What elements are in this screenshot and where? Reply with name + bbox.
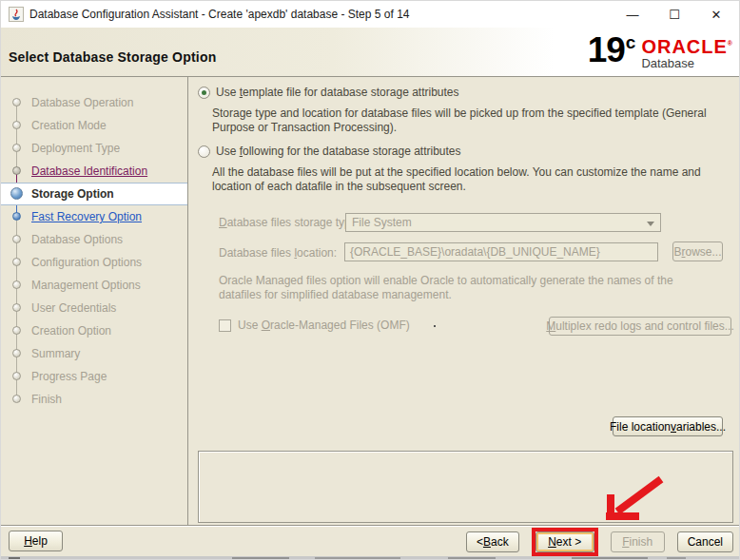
browse-button[interactable]: Browse... — [672, 241, 723, 261]
minimize-icon[interactable]: — — [625, 8, 640, 22]
step-label: Creation Mode — [31, 119, 107, 132]
step-dot-icon — [12, 258, 21, 266]
step-item: Creation Option — [1, 319, 187, 342]
step-item: Database Options — [1, 228, 187, 251]
annotation-highlight-box: Next > — [532, 528, 598, 556]
close-icon[interactable]: ✕ — [709, 8, 724, 22]
radio-use-template[interactable]: Use template file for database storage a… — [198, 86, 459, 99]
chevron-down-icon — [647, 222, 654, 226]
step-item: Deployment Type — [1, 137, 187, 160]
step-dot-icon — [10, 187, 23, 200]
step-dot-icon — [12, 326, 21, 335]
message-area — [198, 451, 733, 523]
step-item: Finish — [1, 388, 187, 411]
step-label: Database Operation — [31, 96, 133, 109]
storage-type-select[interactable]: File System — [345, 213, 661, 232]
step-item: Database Operation — [1, 91, 187, 114]
step-dot-icon — [12, 212, 21, 221]
step-item: Management Options — [1, 274, 187, 297]
maximize-icon[interactable]: ☐ — [667, 8, 682, 22]
finish-button[interactable]: Finish — [611, 531, 665, 552]
background-window-strip — [1, 556, 739, 560]
step-item: Summary — [1, 342, 187, 365]
step-item: Storage Option — [1, 183, 187, 205]
step-item: Progress Page — [1, 365, 187, 388]
page-title: Select Database Storage Option — [9, 49, 216, 65]
checkbox-icon[interactable] — [219, 319, 231, 332]
step-dot-icon — [12, 395, 21, 403]
step-label: Management Options — [31, 279, 141, 292]
window-title: Database Configuration Assistant - Creat… — [29, 8, 625, 21]
java-icon — [9, 7, 24, 22]
step-label: Database Options — [31, 233, 123, 246]
wizard-footer: Help < Back Next > Finish Cancel — [1, 525, 739, 556]
files-location-input[interactable]: {ORACLE_BASE}\oradata\{DB_UNIQUE_NAME} — [344, 242, 658, 261]
step-dot-icon — [12, 349, 21, 357]
radio-use-following-label: Use following for the database storage a… — [216, 145, 461, 158]
omf-checkbox-label: Use Oracle-Managed Files (OMF) — [238, 319, 410, 332]
storage-type-value: File System — [352, 216, 412, 229]
storage-type-label: Database files storage type: — [219, 216, 360, 229]
wizard-header: Select Database Storage Option 19 c ORAC… — [1, 28, 739, 77]
multiplex-button[interactable]: Multiplex redo logs and control files... — [549, 317, 731, 336]
step-dot-icon — [12, 280, 21, 289]
logo-version: 19 — [588, 29, 625, 71]
step-item[interactable]: Fast Recovery Option — [1, 205, 187, 228]
radio-selected-icon[interactable] — [198, 87, 210, 99]
next-button[interactable]: Next > — [536, 531, 594, 552]
step-label: Creation Option — [31, 324, 111, 338]
step-label: Deployment Type — [31, 142, 120, 155]
step-label: Storage Option — [31, 187, 114, 201]
step-list: Database Operation Creation Mode Deploym… — [1, 91, 187, 411]
titlebar: Database Configuration Assistant - Creat… — [1, 1, 739, 28]
wizard-steps-sidebar: Database Operation Creation Mode Deploym… — [1, 77, 188, 525]
logo-edition: c — [626, 32, 636, 53]
step-dot-icon — [12, 144, 21, 152]
oracle-19c-logo: 19 c ORACLE® Database — [588, 29, 735, 71]
step-label: Progress Page — [31, 370, 107, 383]
files-location-value: {ORACLE_BASE}\oradata\{DB_UNIQUE_NAME} — [350, 245, 600, 259]
files-location-label: Database files location: — [219, 246, 337, 260]
step-item: Creation Mode — [1, 114, 187, 137]
step-dot-icon — [12, 372, 21, 380]
oracle-wordmark: ORACLE® — [641, 34, 733, 56]
file-location-variables-button[interactable]: File location variables... — [613, 416, 723, 436]
logo-product: Database — [641, 56, 733, 70]
step-label: Configuration Options — [31, 256, 142, 269]
step-dot-icon — [12, 98, 21, 106]
back-button[interactable]: < Back — [466, 531, 519, 552]
omf-note: Oracle Managed files option will enable … — [219, 274, 699, 302]
template-option-description: Storage type and location for database f… — [212, 106, 714, 135]
step-label: Database Identification — [31, 164, 147, 178]
step-dot-icon — [12, 166, 21, 175]
step-label: Fast Recovery Option — [31, 210, 142, 223]
radio-use-template-label: Use template file for database storage a… — [216, 86, 459, 99]
omf-checkbox-row[interactable]: Use Oracle-Managed Files (OMF) — [219, 319, 410, 332]
radio-unselected-icon[interactable] — [198, 145, 210, 158]
step-label: User Credentials — [31, 301, 116, 315]
step-item: User Credentials — [1, 297, 187, 319]
cancel-button[interactable]: Cancel — [677, 531, 733, 552]
step-dot-icon — [12, 121, 21, 129]
storage-option-panel: Use template file for database storage a… — [188, 77, 739, 525]
step-dot-icon — [12, 235, 21, 243]
step-item: Configuration Options — [1, 251, 187, 274]
step-dot-icon — [12, 303, 21, 312]
help-button[interactable]: Help — [9, 531, 63, 551]
following-option-description: All the database files will be put at th… — [212, 165, 714, 194]
dbca-wizard-window: Database Configuration Assistant - Creat… — [0, 0, 740, 560]
step-item[interactable]: Database Identification — [1, 160, 187, 183]
step-label: Finish — [31, 393, 62, 406]
step-label: Summary — [31, 347, 80, 360]
stray-mark — [434, 325, 436, 327]
radio-use-following[interactable]: Use following for the database storage a… — [198, 145, 461, 158]
